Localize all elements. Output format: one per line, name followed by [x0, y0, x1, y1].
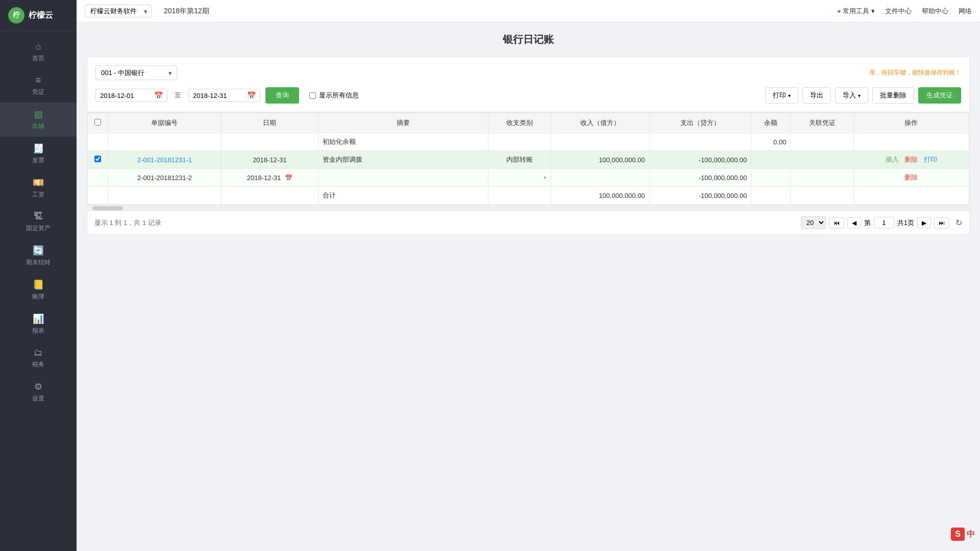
sidebar-item-voucher[interactable]: ≡ 凭证 [0, 69, 77, 103]
td-checkbox [88, 187, 108, 205]
td-expense: -100,000,000.00 [649, 151, 751, 169]
file-center-link[interactable]: 文件中心 [885, 7, 912, 16]
delete-link2[interactable]: 删除 [904, 173, 918, 181]
td-category[interactable]: ▾ [488, 169, 551, 187]
report-icon: 📊 [33, 313, 44, 324]
category-arrow-icon: ▾ [544, 174, 547, 181]
sidebar-item-settings[interactable]: ⚙ 设置 [0, 375, 77, 409]
next-page-button[interactable]: ▶ [917, 217, 931, 229]
row-checkbox[interactable] [94, 156, 101, 162]
refresh-button[interactable]: ↻ [955, 218, 962, 228]
td-summary[interactable] [318, 169, 488, 187]
th-balance: 余额 [751, 113, 791, 133]
td-operations: 插入 删除 打印 [853, 151, 969, 169]
sidebar-item-cashier[interactable]: ▤ 出纳 [0, 103, 77, 137]
table-row[interactable]: 2-001-20181231-2 2018-12-31 📅 ▾ [88, 169, 969, 187]
table-row: 初始化余额 0.00 [88, 133, 969, 151]
td-voucher-no: 2-001-20181231-1 [108, 151, 222, 169]
app-selector[interactable]: 柠檬云财务软件 [85, 5, 152, 17]
period-end-icon: 🔄 [33, 245, 44, 256]
payroll-icon: 💴 [33, 177, 44, 188]
import-button[interactable]: 导入 ▾ [835, 87, 868, 104]
delete-link[interactable]: 删除 [904, 156, 918, 163]
td-date [221, 187, 318, 205]
period-label: 2018年第12期 [160, 7, 213, 16]
toolbar-row2: 📅 至 📅 查询 显示所有信息 打印 ▾ [95, 87, 961, 104]
first-page-button[interactable]: ⏮ [829, 217, 844, 229]
td-expense: -100,000,000.00 [649, 169, 751, 187]
print-link[interactable]: 打印 [924, 156, 937, 163]
watermark: S 中 [951, 528, 975, 541]
topbar: 柠檬云财务软件 2018年第12期 ● 常用工具 ▾ 文件中心 帮助中心 网络 [77, 0, 980, 22]
th-select-all[interactable] [88, 113, 108, 133]
sidebar-label-fixed-assets: 固定资产 [26, 224, 51, 233]
th-operations: 操作 [853, 113, 969, 133]
sidebar-label-home: 首页 [32, 54, 44, 63]
horizontal-scrollbar[interactable] [87, 205, 969, 211]
last-page-button[interactable]: ⏭ [934, 217, 949, 229]
td-category [488, 133, 551, 151]
sidebar-label-report: 报表 [32, 327, 44, 335]
sidebar-item-period-end[interactable]: 🔄 期末结转 [0, 239, 77, 273]
per-page-select[interactable]: 20 [801, 216, 826, 229]
date-to-input[interactable] [193, 92, 244, 99]
home-icon: ⌂ [36, 41, 41, 52]
td-expense [649, 133, 751, 151]
calendar-to-icon[interactable]: 📅 [247, 91, 256, 99]
sidebar-nav: ⌂ 首页 ≡ 凭证 ▤ 出纳 🧾 发票 💴 工资 🏗 固定资产 🔄 期末结转 📒 [0, 31, 77, 551]
row-calendar-icon[interactable]: 📅 [285, 174, 292, 182]
sidebar-item-invoice[interactable]: 🧾 发票 [0, 137, 77, 171]
show-all-checkbox[interactable] [309, 92, 316, 99]
voucher-icon: ≡ [36, 75, 41, 86]
date-to-wrap: 📅 [188, 89, 260, 102]
calendar-from-icon[interactable]: 📅 [154, 91, 163, 99]
sidebar-item-payroll[interactable]: 💴 工资 [0, 171, 77, 205]
bank-selector-wrap[interactable]: 001 - 中国银行 [95, 65, 177, 80]
bank-selector[interactable]: 001 - 中国银行 [95, 65, 177, 80]
sidebar-item-home[interactable]: ⌂ 首页 [0, 35, 77, 69]
tools-menu[interactable]: ● 常用工具 ▾ [837, 7, 875, 16]
td-voucher-link [791, 151, 854, 169]
scroll-thumb[interactable] [92, 206, 123, 210]
th-category: 收支类别 [488, 113, 551, 133]
summary-input[interactable] [323, 174, 484, 182]
settings-icon: ⚙ [34, 381, 42, 392]
sidebar-item-ledger[interactable]: 📒 账簿 [0, 273, 77, 307]
td-summary: 资金内部调拨 [318, 151, 488, 169]
page-controls: 20 ⏮ ◀ 第 共1页 ▶ ⏭ ↻ [801, 216, 962, 229]
td-checkbox[interactable] [88, 151, 108, 169]
td-balance: 0.00 [751, 133, 791, 151]
sidebar-item-fixed-assets[interactable]: 🏗 固定资产 [0, 205, 77, 239]
sidebar-item-report[interactable]: 📊 报表 [0, 307, 77, 341]
network-link[interactable]: 网络 [959, 7, 972, 16]
voucher-no-link[interactable]: 2-001-20181231-1 [137, 156, 192, 164]
table-row[interactable]: 2-001-20181231-1 2018-12-31 资金内部调拨 内部转账 … [88, 151, 969, 169]
print-button[interactable]: 打印 ▾ [765, 87, 798, 104]
td-summary: 合计 [318, 187, 488, 205]
th-date: 日期 [221, 113, 318, 133]
gen-voucher-button[interactable]: 生成凭证 [918, 87, 961, 104]
page-input[interactable] [874, 217, 894, 229]
sidebar: 柠 柠檬云 ⌂ 首页 ≡ 凭证 ▤ 出纳 🧾 发票 💴 工资 🏗 固定资产 🔄 [0, 0, 77, 551]
sidebar-label-payroll: 工资 [32, 190, 44, 199]
insert-link[interactable]: 插入 [886, 156, 899, 163]
td-category [488, 187, 551, 205]
date-separator: 至 [173, 91, 183, 100]
pagination: 显示 1 到 1，共 1 记录 20 ⏮ ◀ 第 共1页 ▶ ⏭ ↻ [87, 211, 969, 234]
logo-text: 柠檬云 [29, 10, 53, 21]
sidebar-item-tax[interactable]: 🗂 税务 [0, 341, 77, 375]
show-all-label: 显示所有信息 [319, 91, 359, 100]
td-operations [853, 187, 969, 205]
th-expense: 支出（贷方） [649, 113, 751, 133]
select-all-checkbox[interactable] [94, 119, 101, 126]
help-center-link[interactable]: 帮助中心 [922, 7, 948, 16]
date-from-input[interactable] [100, 92, 151, 99]
app-selector-wrap[interactable]: 柠檬云财务软件 [85, 5, 152, 17]
td-voucher-link [791, 133, 854, 151]
batch-delete-button[interactable]: 批量删除 [872, 87, 914, 104]
sidebar-label-invoice: 发票 [32, 156, 44, 165]
toolbar-right-btns: 打印 ▾ 导出 导入 ▾ 批量删除 生成凭证 [765, 87, 961, 104]
query-button[interactable]: 查询 [265, 87, 299, 104]
export-button[interactable]: 导出 [802, 87, 831, 104]
prev-page-button[interactable]: ◀ [847, 217, 861, 229]
